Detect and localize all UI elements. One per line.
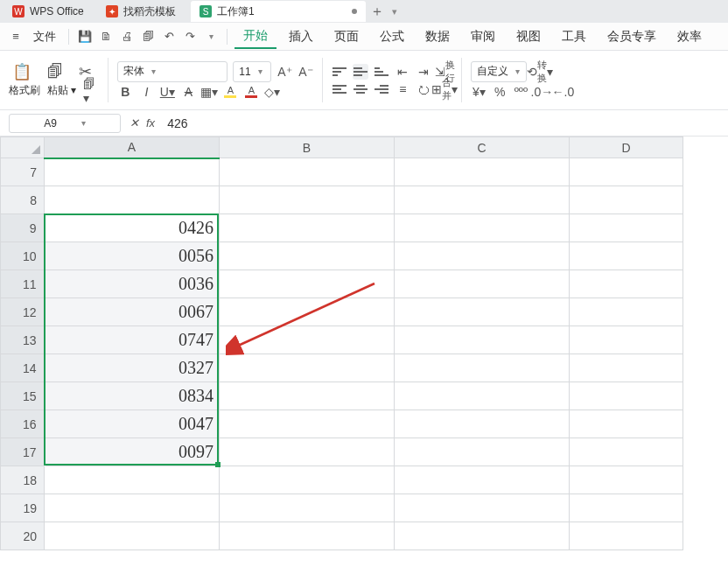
export-icon[interactable]: 🗎	[97, 28, 115, 46]
paste-label[interactable]: 粘贴 ▾	[47, 83, 76, 98]
row-header[interactable]: 12	[1, 298, 45, 326]
percent-icon[interactable]: %	[492, 84, 508, 100]
cell[interactable]	[45, 186, 220, 214]
cell[interactable]	[395, 438, 570, 466]
cell[interactable]	[570, 438, 683, 466]
align-middle-icon[interactable]	[353, 64, 368, 80]
decrease-decimal-icon[interactable]: ←.0	[555, 84, 570, 100]
cell[interactable]	[395, 326, 570, 354]
number-format-select[interactable]: 自定义 ▾	[471, 61, 527, 82]
file-menu[interactable]: 文件	[28, 29, 61, 45]
orientation-icon[interactable]: ⭮	[416, 81, 431, 97]
tab-tools[interactable]: 工具	[553, 25, 595, 48]
cell[interactable]	[570, 242, 683, 270]
paste-options-icon[interactable]: 🗐▾	[83, 83, 99, 99]
cell[interactable]	[220, 494, 395, 522]
cell[interactable]	[570, 354, 683, 382]
cell[interactable]	[395, 242, 570, 270]
cell[interactable]	[570, 326, 683, 354]
cell[interactable]	[395, 494, 570, 522]
col-header-A[interactable]: A	[45, 137, 220, 158]
row-header[interactable]: 16	[1, 410, 45, 438]
cell[interactable]: 0067	[45, 298, 220, 326]
new-tab-button[interactable]: ＋	[367, 1, 388, 22]
tab-view[interactable]: 视图	[508, 25, 550, 48]
cell[interactable]	[220, 466, 395, 494]
row-header[interactable]: 14	[1, 354, 45, 382]
cell[interactable]	[570, 494, 683, 522]
cell[interactable]	[570, 522, 683, 550]
cell[interactable]: 0047	[45, 410, 220, 438]
clear-format-icon[interactable]: ◇▾	[264, 84, 280, 100]
cell[interactable]: 0747	[45, 326, 220, 354]
cell[interactable]	[395, 354, 570, 382]
tab-data[interactable]: 数据	[416, 25, 458, 48]
row-header[interactable]: 17	[1, 438, 45, 466]
cell[interactable]	[45, 494, 220, 522]
currency-icon[interactable]: ¥▾	[471, 84, 486, 100]
fill-color-icon[interactable]: A	[222, 84, 238, 100]
template-tab[interactable]: ✦ 找稻壳模板	[97, 1, 190, 22]
cell[interactable]	[395, 410, 570, 438]
align-top-icon[interactable]	[332, 64, 347, 80]
cell[interactable]	[220, 298, 395, 326]
cell[interactable]	[395, 158, 570, 186]
cell[interactable]	[45, 466, 220, 494]
save-icon[interactable]: 💾	[76, 28, 94, 46]
row-header[interactable]: 18	[1, 466, 45, 494]
row-header[interactable]: 7	[1, 158, 45, 186]
print-icon[interactable]: 🖨	[118, 28, 136, 46]
row-header[interactable]: 9	[1, 214, 45, 242]
increase-decimal-icon[interactable]: .0→	[534, 84, 550, 100]
cell[interactable]	[395, 214, 570, 242]
qat-dropdown-icon[interactable]: ▾	[202, 28, 220, 46]
hamburger-icon[interactable]: ≡	[7, 28, 24, 46]
cell[interactable]	[220, 270, 395, 298]
align-right-icon[interactable]	[374, 81, 389, 97]
tab-efficiency[interactable]: 效率	[668, 25, 710, 48]
cell[interactable]	[220, 410, 395, 438]
decrease-font-icon[interactable]: A⁻	[298, 64, 313, 80]
bold-icon[interactable]: B	[117, 84, 133, 100]
print-preview-icon[interactable]: 🗐	[139, 28, 157, 46]
cell[interactable]	[220, 214, 395, 242]
underline-icon[interactable]: U▾	[159, 84, 175, 100]
cell[interactable]	[570, 214, 683, 242]
cell[interactable]	[220, 158, 395, 186]
workbook-tab[interactable]: S 工作簿1	[191, 1, 366, 22]
cell[interactable]	[395, 522, 570, 550]
tab-list-button[interactable]: ▾	[388, 6, 401, 18]
border-icon[interactable]: ▦▾	[201, 84, 217, 100]
cell[interactable]	[395, 270, 570, 298]
row-header[interactable]: 20	[1, 522, 45, 550]
cell[interactable]: 0036	[45, 270, 220, 298]
cell[interactable]: 0834	[45, 382, 220, 410]
tab-home[interactable]: 开始	[234, 24, 276, 49]
row-header[interactable]: 15	[1, 382, 45, 410]
sheet-table[interactable]: A B C D 78904261000561100361200671307471…	[0, 136, 683, 550]
format-painter-button[interactable]: 📋	[9, 62, 35, 81]
cell[interactable]	[220, 438, 395, 466]
row-header[interactable]: 13	[1, 326, 45, 354]
cell[interactable]: 0327	[45, 354, 220, 382]
tab-insert[interactable]: 插入	[280, 25, 322, 48]
tab-formula[interactable]: 公式	[371, 25, 413, 48]
name-box[interactable]: A9 ▾	[9, 114, 121, 133]
decrease-indent-icon[interactable]: ⇤	[395, 64, 410, 80]
thousands-icon[interactable]: ººº	[513, 84, 528, 100]
justify-icon[interactable]: ≡	[395, 81, 410, 97]
italic-icon[interactable]: I	[138, 84, 154, 100]
tab-page[interactable]: 页面	[326, 25, 368, 48]
cell[interactable]	[220, 186, 395, 214]
format-painter-label[interactable]: 格式刷	[9, 83, 40, 98]
row-header[interactable]: 11	[1, 270, 45, 298]
cell[interactable]	[570, 382, 683, 410]
spreadsheet-grid[interactable]: A B C D 78904261000561100361200671307471…	[0, 136, 728, 567]
undo-icon[interactable]: ↶	[160, 28, 178, 46]
tab-member[interactable]: 会员专享	[598, 25, 665, 48]
align-bottom-icon[interactable]	[374, 64, 389, 80]
row-header[interactable]: 10	[1, 242, 45, 270]
cell[interactable]	[220, 522, 395, 550]
increase-indent-icon[interactable]: ⇥	[416, 64, 431, 80]
col-header-C[interactable]: C	[395, 137, 570, 158]
